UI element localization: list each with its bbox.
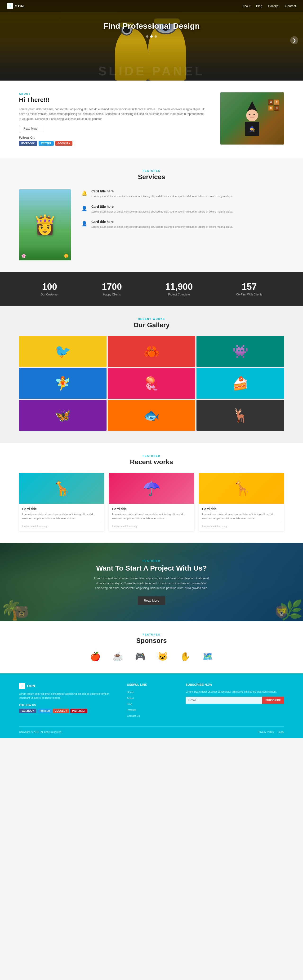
gallery-item-6[interactable]: 🍰 — [197, 368, 284, 399]
nav-contact[interactable]: Contact — [285, 4, 296, 8]
stat-number-4: 157 — [236, 282, 263, 292]
services-title: Services — [19, 173, 284, 181]
google-plus-button[interactable]: GOOGLE + — [55, 141, 73, 146]
footer-pinterest-button[interactable]: PINTEREST — [70, 709, 87, 713]
cta-button[interactable]: Read More — [138, 597, 165, 605]
service-2-title: Card title here — [91, 205, 233, 208]
service-3-content: Card title here Lorem ipsum dolor sit am… — [91, 220, 233, 229]
gallery-item-9[interactable]: 🦌 — [197, 400, 284, 431]
gallery-item-4[interactable]: 🧚 — [19, 368, 106, 399]
nav-blog[interactable]: Blog — [256, 4, 262, 8]
about-title: Hi There!!! — [19, 96, 206, 103]
gallery-item-1[interactable]: 🐦 — [19, 336, 106, 367]
work-card-2-body: Card title Lorem ipsum dolor sit amet, c… — [109, 504, 194, 531]
gallery-header: RECENT WORKS Our Gallery — [19, 318, 284, 329]
about-text: Lorem ipsum dolor sit amet, consectetur … — [19, 107, 206, 121]
about-content: ABOUT Hi There!!! Lorem ipsum dolor sit … — [19, 92, 206, 146]
footer-google-button[interactable]: GOOGLE + — [53, 709, 69, 713]
navbar-logo[interactable]: T OON — [7, 3, 24, 9]
giraffe-1-icon: 🦒 — [53, 480, 71, 497]
service-item-2: 👤 Card title here Lorem ipsum dolor sit … — [81, 205, 284, 214]
footer-logo-box: T — [19, 683, 25, 689]
work-card-1-body: Card title Lorem ipsum dolor sit amet, c… — [19, 504, 104, 531]
footer-about-text: Lorem ipsum dolor sit amet consectetur a… — [19, 692, 117, 700]
gallery-item-8[interactable]: 🐟 — [108, 400, 195, 431]
service-2-content: Card title here Lorem ipsum dolor sit am… — [91, 205, 233, 214]
gallery-item-3[interactable]: 👾 — [197, 336, 284, 367]
subscribe-form: SUBSCRIBE — [186, 697, 284, 704]
facebook-button[interactable]: FACEBOOK — [19, 141, 37, 146]
gallery-cake-icon: 🍰 — [232, 376, 249, 391]
service-item-3: 👤 Card title here Lorem ipsum dolor sit … — [81, 220, 284, 229]
gallery-item-2[interactable]: 🦀 — [108, 336, 195, 367]
read-more-button[interactable]: Read More — [19, 125, 42, 132]
stat-label-2: Happy Clients — [102, 293, 122, 296]
hero-dots — [0, 35, 303, 38]
service-3-title: Card title here — [91, 220, 233, 224]
hero-dot-1[interactable] — [146, 35, 148, 38]
footer-links-col: USEFUL LINK Home About Blog Portfolio Co… — [127, 683, 176, 719]
privacy-policy-link[interactable]: Privacy Policy — [258, 730, 274, 733]
giraffe-2-icon: 🦒 — [233, 480, 251, 497]
nav-about[interactable]: About — [243, 4, 251, 8]
gallery-item-5[interactable]: 🪼 — [108, 368, 195, 399]
footer-facebook-button[interactable]: FACEBOOK — [19, 709, 36, 713]
stat-item-1: 100 Our Customer — [41, 282, 59, 296]
navbar: T OON About Blog Gallery ▾ Contact — [0, 0, 303, 12]
footer-grid: T OON Lorem ipsum dolor sit amet consect… — [19, 683, 284, 719]
follows-label: Follows On: — [19, 136, 206, 139]
recent-works-label: FEATURED — [19, 455, 284, 457]
about-image: 🧙 W T C H — [220, 92, 284, 145]
footer-link-portfolio[interactable]: Portfolio — [127, 708, 176, 712]
twitter-button[interactable]: TWITTER — [38, 141, 54, 146]
gallery-item-7[interactable]: 🦋 — [19, 400, 106, 431]
work-card-3-footer: Last updated 3 mins ago — [202, 523, 281, 528]
work-card-2-image: ☂️ — [109, 473, 194, 504]
services-content: 👸 🌸 🌼 🔔 Card title here Lorem ipsum dolo… — [19, 189, 284, 260]
legal-link[interactable]: Legal — [278, 730, 284, 733]
sponsor-game-icon[interactable]: 🎮 — [135, 652, 146, 662]
hero-dot-3[interactable] — [155, 35, 157, 38]
service-person2-icon: 👤 — [81, 220, 88, 228]
footer-twitter-button[interactable]: TWITTER — [37, 709, 52, 713]
works-grid: 🦒 Card title Lorem ipsum dolor sit amet,… — [19, 473, 284, 531]
footer-social-buttons: FACEBOOK TWITTER GOOGLE + PINTEREST — [19, 709, 117, 713]
hero-bg-text: SLIDE PANEL — [98, 64, 205, 78]
work-card-2: ☂️ Card title Lorem ipsum dolor sit amet… — [109, 473, 194, 531]
service-2-text: Lorem ipsum dolor sit amet, consectetur … — [91, 210, 233, 214]
footer-link-home[interactable]: Home — [127, 690, 176, 694]
nav-gallery[interactable]: Gallery ▾ — [268, 4, 279, 8]
work-card-3-title: Card title — [202, 507, 281, 511]
recent-works-header: FEATURED Recent works — [19, 455, 284, 466]
sponsor-coffee-icon[interactable]: ☕ — [113, 652, 123, 662]
gallery-bird-icon: 🐦 — [55, 344, 71, 359]
about-image-container: 🧙 W T C H — [220, 92, 284, 145]
subscribe-button[interactable]: SUBSCRIBE — [262, 697, 284, 704]
sponsor-hand-icon[interactable]: ✋ — [180, 652, 190, 662]
work-card-1-title: Card title — [22, 507, 101, 511]
footer-link-contact[interactable]: Contact Us — [127, 713, 176, 718]
stat-label-4: Co-Firm With Clients — [236, 293, 263, 296]
hero-dot-2[interactable] — [150, 35, 153, 38]
recent-works-section: FEATURED Recent works 🦒 Card title Lorem… — [0, 442, 303, 543]
stat-item-4: 157 Co-Firm With Clients — [236, 282, 263, 296]
gallery-butterfly-icon: 🦋 — [55, 408, 71, 423]
footer-links-title: USEFUL LINK — [127, 683, 176, 686]
sponsor-map-icon[interactable]: 🗺️ — [202, 652, 213, 662]
gallery-title: Our Gallery — [19, 321, 284, 329]
services-label: FEATURES — [19, 169, 284, 172]
work-card-1-image: 🦒 — [19, 473, 104, 504]
gallery-deer-icon: 🦌 — [232, 408, 249, 423]
sponsor-cat-icon[interactable]: 🐱 — [157, 652, 168, 662]
subscribe-input[interactable] — [186, 697, 262, 704]
footer-subscribe-col: SUBSCRIBE NOW Lorem ipsum dolor sit amet… — [186, 683, 284, 719]
sponsor-apple-icon[interactable]: 🍎 — [90, 652, 101, 662]
footer-link-about[interactable]: About — [127, 696, 176, 700]
footer-bottom: Copyright © 2016. All rights reserved. P… — [19, 727, 284, 733]
footer-about-col: T OON Lorem ipsum dolor sit amet consect… — [19, 683, 117, 719]
stat-label-1: Our Customer — [41, 293, 59, 296]
sponsors-grid: 🍎 ☕ 🎮 🐱 ✋ 🗺️ — [19, 652, 284, 662]
footer-link-blog[interactable]: Blog — [127, 702, 176, 706]
service-1-content: Card title here Lorem ipsum dolor sit am… — [91, 189, 233, 199]
service-bell-icon: 🔔 — [81, 189, 88, 197]
